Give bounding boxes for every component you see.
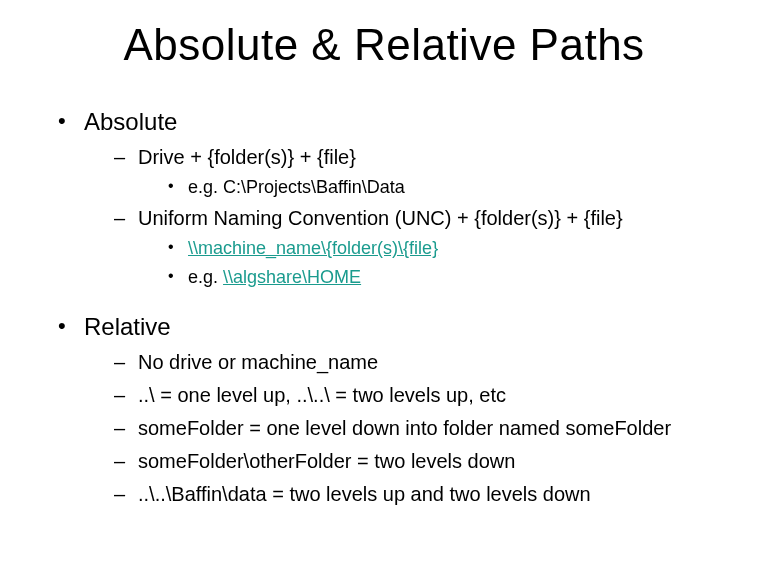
absolute-items: Drive + {folder(s)} + {file} e.g. C:\Pro… — [84, 144, 718, 289]
list-item: ..\..\Baffin\data = two levels up and tw… — [114, 481, 718, 508]
list-item: someFolder\otherFolder = two levels down — [114, 448, 718, 475]
item-text: Drive + {folder(s)} + {file} — [138, 146, 356, 168]
slide-title: Absolute & Relative Paths — [50, 20, 718, 70]
unc-pattern-link[interactable]: \\machine_name\{folder(s)\{file} — [188, 238, 438, 258]
item-text: ..\..\Baffin\data = two levels up and tw… — [138, 483, 591, 505]
list-item: Drive + {folder(s)} + {file} e.g. C:\Pro… — [114, 144, 718, 199]
section-heading: Relative — [84, 313, 171, 340]
unc-example-link[interactable]: \\algshare\HOME — [223, 267, 361, 287]
list-item: e.g. C:\Projects\Baffin\Data — [168, 175, 718, 199]
list-item: \\machine_name\{folder(s)\{file} — [168, 236, 718, 260]
list-item: someFolder = one level down into folder … — [114, 415, 718, 442]
sub-list: e.g. C:\Projects\Baffin\Data — [138, 175, 718, 199]
sub-list: \\machine_name\{folder(s)\{file} e.g. \\… — [138, 236, 718, 289]
item-prefix: e.g. — [188, 267, 223, 287]
item-text: ..\ = one level up, ..\..\ = two levels … — [138, 384, 506, 406]
section-absolute: Absolute Drive + {folder(s)} + {file} e.… — [58, 108, 718, 289]
content-list: Absolute Drive + {folder(s)} + {file} e.… — [50, 108, 718, 508]
list-item: Uniform Naming Convention (UNC) + {folde… — [114, 205, 718, 289]
section-heading: Absolute — [84, 108, 177, 135]
item-text: No drive or machine_name — [138, 351, 378, 373]
item-text: e.g. C:\Projects\Baffin\Data — [188, 177, 405, 197]
item-text: someFolder = one level down into folder … — [138, 417, 671, 439]
item-text: someFolder\otherFolder = two levels down — [138, 450, 515, 472]
list-item: No drive or machine_name — [114, 349, 718, 376]
slide: Absolute & Relative Paths Absolute Drive… — [0, 0, 768, 576]
list-item: ..\ = one level up, ..\..\ = two levels … — [114, 382, 718, 409]
item-text: Uniform Naming Convention (UNC) + {folde… — [138, 207, 623, 229]
list-item: e.g. \\algshare\HOME — [168, 265, 718, 289]
section-relative: Relative No drive or machine_name ..\ = … — [58, 313, 718, 508]
relative-items: No drive or machine_name ..\ = one level… — [84, 349, 718, 508]
